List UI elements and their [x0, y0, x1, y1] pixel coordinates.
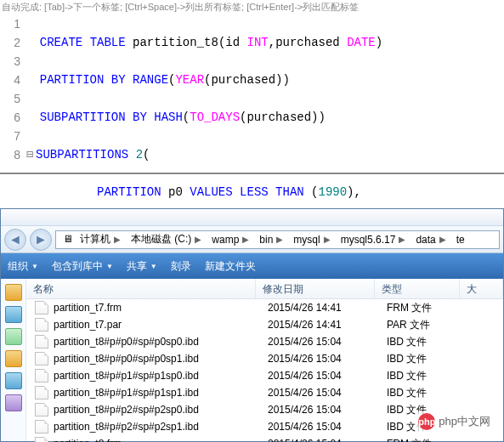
file-icon — [35, 301, 48, 314]
fold-icon[interactable]: ⊟ — [25, 145, 34, 164]
file-explorer: ◄ ► 🖥计算机 ▶ 本地磁盘 (C:) ▶ wamp ▶ bin ▶ mysq… — [0, 208, 504, 442]
file-name: partition_t7.par — [54, 319, 261, 331]
crumb[interactable]: 计算机 — [80, 232, 110, 246]
file-type: IBD 文件 — [380, 369, 465, 383]
burn-button[interactable]: 刻录 — [171, 259, 191, 274]
file-icon — [35, 352, 48, 366]
file-type: FRM 文件 — [380, 437, 465, 443]
back-button[interactable]: ◄ — [4, 229, 26, 251]
col-name[interactable]: 名称 — [26, 279, 256, 298]
crumb[interactable]: wamp — [212, 234, 239, 246]
file-icon — [35, 386, 48, 400]
crumb[interactable]: 本地磁盘 (C:) — [131, 232, 191, 246]
file-name: partition_t8#p#p0#sp#p0sp1.ibd — [54, 353, 261, 365]
sql-editor: 自动完成: [Tab]->下一个标签; [Ctrl+Space]->列出所有标签… — [0, 0, 504, 174]
libraries-icon[interactable] — [5, 306, 22, 323]
file-date: 2015/4/26 15:04 — [261, 438, 380, 442]
explorer-toolbar: 组织 ▼ 包含到库中 ▼ 共享 ▼ 刻录 新建文件夹 — [1, 253, 503, 279]
file-row[interactable]: partition_t8#p#p1#sp#p1sp0.ibd2015/4/26 … — [26, 367, 503, 384]
file-date: 2015/4/26 15:04 — [261, 370, 380, 382]
music-icon[interactable] — [5, 328, 22, 345]
file-date: 2015/4/26 14:41 — [261, 302, 380, 314]
file-icon — [35, 403, 48, 416]
breadcrumb[interactable]: 🖥计算机 ▶ 本地磁盘 (C:) ▶ wamp ▶ bin ▶ mysql ▶ … — [55, 230, 500, 249]
file-icon — [35, 420, 48, 434]
crumb[interactable]: mysql — [293, 234, 320, 246]
file-row[interactable]: partition_t7.par2015/4/26 14:41PAR 文件 — [26, 316, 503, 333]
computer-icon[interactable] — [5, 372, 22, 389]
file-type: IBD 文件 — [380, 386, 465, 400]
watermark: php php中文网 — [415, 411, 494, 432]
file-icon — [35, 335, 48, 348]
forward-button[interactable]: ► — [30, 229, 52, 251]
computer-icon: 🖥 — [63, 233, 76, 246]
file-name: partition_t8#p#p0#sp#p0sp0.ibd — [54, 336, 261, 348]
sidebar — [1, 279, 26, 441]
file-type: IBD 文件 — [380, 352, 465, 366]
file-date: 2015/4/26 15:04 — [261, 353, 380, 365]
file-name: partition_t8#p#p1#sp#p1sp0.ibd — [54, 370, 261, 382]
file-name: partition_t8#p#p1#sp#p1sp1.ibd — [54, 387, 261, 399]
share-menu[interactable]: 共享 ▼ — [127, 259, 157, 274]
crumb[interactable]: data — [416, 234, 435, 246]
file-name: partition_t8#p#p2#sp#p2sp0.ibd — [54, 404, 261, 416]
file-date: 2015/4/26 15:04 — [261, 336, 380, 348]
file-name: partition_t8#p#p2#sp#p2sp1.ibd — [54, 421, 261, 433]
network-icon[interactable] — [5, 394, 22, 411]
col-date[interactable]: 修改日期 — [256, 279, 375, 298]
include-menu[interactable]: 包含到库中 ▼ — [52, 259, 113, 274]
file-row[interactable]: partition_t7.frm2015/4/26 14:41FRM 文件 — [26, 299, 503, 316]
new-folder-button[interactable]: 新建文件夹 — [205, 259, 256, 274]
col-size[interactable]: 大 — [460, 279, 503, 298]
file-date: 2015/4/26 14:41 — [261, 319, 380, 331]
editor-hint: 自动完成: [Tab]->下一个标签; [Ctrl+Space]->列出所有标签… — [0, 0, 504, 14]
file-name: partition_t7.frm — [54, 302, 261, 314]
php-logo-icon: php — [418, 413, 435, 430]
file-type: IBD 文件 — [380, 335, 465, 349]
pictures-icon[interactable] — [5, 350, 22, 367]
favorites-icon[interactable] — [5, 284, 22, 301]
file-date: 2015/4/26 15:04 — [261, 404, 380, 416]
file-name: partition_t8.frm — [54, 438, 261, 442]
file-row[interactable]: partition_t8.frm2015/4/26 15:04FRM 文件 — [26, 435, 503, 442]
nav-bar: ◄ ► 🖥计算机 ▶ 本地磁盘 (C:) ▶ wamp ▶ bin ▶ mysq… — [1, 226, 503, 253]
window-titlebar[interactable] — [1, 209, 503, 226]
file-type: FRM 文件 — [380, 301, 465, 315]
file-icon — [35, 437, 48, 442]
organize-menu[interactable]: 组织 ▼ — [8, 259, 38, 274]
file-row[interactable]: partition_t8#p#p1#sp#p1sp1.ibd2015/4/26 … — [26, 384, 503, 401]
file-row[interactable]: partition_t8#p#p0#sp#p0sp1.ibd2015/4/26 … — [26, 350, 503, 367]
file-date: 2015/4/26 15:04 — [261, 387, 380, 399]
file-row[interactable]: partition_t8#p#p0#sp#p0sp0.ibd2015/4/26 … — [26, 333, 503, 350]
crumb[interactable]: mysql5.6.17 — [341, 234, 396, 246]
file-type: PAR 文件 — [380, 318, 465, 332]
file-date: 2015/4/26 15:04 — [261, 421, 380, 433]
file-icon — [35, 369, 48, 382]
file-icon — [35, 318, 48, 332]
column-header[interactable]: 名称 修改日期 类型 大 — [26, 279, 503, 299]
watermark-text: php中文网 — [439, 414, 490, 429]
col-type[interactable]: 类型 — [375, 279, 460, 298]
crumb[interactable]: bin — [259, 234, 273, 246]
crumb[interactable]: te — [456, 234, 465, 246]
